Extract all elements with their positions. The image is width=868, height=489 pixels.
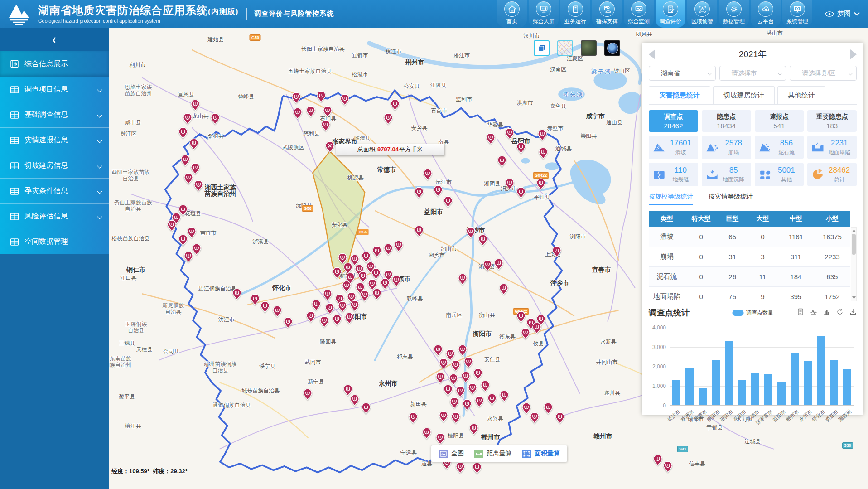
chart-bar-娄底市[interactable] [830,360,838,405]
hazard-point-marker[interactable] [466,227,476,238]
hazard-point-marker[interactable] [323,289,332,301]
hazard-point-marker[interactable] [455,386,465,397]
hazard-point-marker[interactable] [472,462,482,474]
hazard-point-marker[interactable] [350,300,360,312]
table-row[interactable]: 泥石流02611184635 [649,267,850,287]
nav-item-首页[interactable]: 首页 [497,0,527,28]
hazard-point-marker[interactable] [189,138,198,150]
hazard-point-marker[interactable] [319,316,329,328]
hazard-point-marker[interactable] [273,305,282,317]
hazard-point-marker[interactable] [390,99,400,111]
hazard-point-marker[interactable] [283,317,293,329]
chart-bar-岳阳市[interactable] [738,380,746,405]
line-chart-icon[interactable] [810,308,817,317]
hazard-point-marker[interactable] [183,113,193,125]
stat-card-地面沉降[interactable]: 85地面沉降 [702,163,751,186]
hazard-point-marker[interactable] [434,185,443,197]
bar-chart-icon[interactable] [823,308,830,317]
hazard-point-marker[interactable] [360,290,369,302]
map-tool-距离量算[interactable]: 距离量算 [474,450,512,458]
hazard-point-marker[interactable] [552,246,561,257]
hazard-point-marker[interactable] [499,283,508,295]
globe-basemap-button[interactable] [604,40,620,56]
hazard-point-marker[interactable] [306,311,315,323]
sidebar-item-综合信息展示[interactable]: 综合信息展示 [0,51,109,77]
hazard-point-marker[interactable] [358,271,368,283]
hazard-point-marker[interactable] [663,461,672,473]
hazard-point-marker[interactable] [481,380,490,392]
hazard-point-marker[interactable] [455,462,465,474]
sidebar-collapse-button[interactable]: ‹ [0,28,109,51]
refresh-icon[interactable] [836,308,844,317]
hazard-point-marker[interactable] [381,278,390,290]
nav-item-调查评价[interactable]: 调查评价 [656,0,685,28]
hazard-point-marker[interactable] [345,312,354,324]
hazard-point-marker[interactable] [321,120,331,131]
hazard-point-marker[interactable] [516,311,526,323]
stat-card-重要隐患点[interactable]: 重要隐患点183 [807,110,857,132]
hazard-point-marker[interactable] [178,127,188,139]
hazard-point-marker[interactable] [342,281,351,292]
hazard-point-marker[interactable] [461,371,470,383]
download-icon[interactable] [849,308,857,317]
year-next-button[interactable] [850,49,857,59]
hazard-point-marker[interactable] [183,251,193,263]
chart-bar-邵阳市[interactable] [725,341,733,405]
hazard-point-marker[interactable] [325,303,334,315]
nav-item-系统管理[interactable]: 系统管理 [782,0,812,28]
stat-card-速报点[interactable]: 速报点541 [755,110,804,132]
hazard-point-marker[interactable] [521,328,530,339]
hazard-point-marker[interactable] [451,412,460,424]
stat-card-地裂缝[interactable]: 110地裂缝 [649,163,698,186]
hazard-point-marker[interactable] [383,243,393,255]
hazard-point-marker[interactable] [293,107,303,119]
hazard-point-marker[interactable] [362,402,371,414]
hazard-point-marker[interactable] [192,243,202,255]
subtab-按规模等级统计[interactable]: 按规模等级统计 [649,193,693,205]
hazard-point-marker[interactable] [544,402,553,414]
map-tool-面积量算[interactable]: 面积量算 [522,450,560,458]
satellite-basemap-button[interactable] [581,40,597,56]
hazard-point-marker[interactable] [449,397,459,409]
hazard-point-marker[interactable] [394,240,404,252]
nav-item-综合监测[interactable]: 综合监测 [624,0,654,28]
subtab-按灾情等级统计[interactable]: 按灾情等级统计 [709,193,753,205]
hazard-point-marker[interactable] [532,322,542,334]
hazard-point-marker[interactable] [500,390,509,402]
sidebar-item-基础调查信息[interactable]: 基础调查信息 [0,102,109,127]
stat-card-调查点[interactable]: 调查点28462 [649,110,698,132]
hazard-point-marker[interactable] [537,129,547,141]
hazard-point-marker[interactable] [251,294,260,305]
stat-card-地面塌陷[interactable]: 2231地面塌陷 [807,136,857,159]
hazard-point-marker[interactable] [187,227,196,238]
tab-其他统计[interactable]: 其他统计 [777,86,825,104]
table-view-icon[interactable] [797,308,804,317]
hazard-point-marker[interactable] [260,301,270,313]
measure-close-marker[interactable] [325,141,334,153]
chart-bar-湘西州[interactable] [843,369,851,405]
table-row[interactable]: 崩塌03133112233 [649,247,850,267]
hazard-point-marker[interactable] [451,360,460,372]
hazard-point-marker[interactable] [478,235,488,247]
hazard-point-marker[interactable] [516,187,526,199]
hazard-point-marker[interactable] [423,169,432,180]
hazard-point-marker[interactable] [516,142,526,154]
sidebar-item-风险评估信息[interactable]: 风险评估信息 [0,203,109,229]
user-menu[interactable]: 梦图 [825,10,858,18]
region-select[interactable]: 请选择市 [719,66,786,81]
hazard-point-marker[interactable] [505,128,514,140]
hazard-point-marker[interactable] [494,259,504,271]
sidebar-item-空间数据管理[interactable]: 空间数据管理 [0,229,109,254]
hazard-point-marker[interactable] [536,178,545,190]
hazard-point-marker[interactable] [458,273,468,285]
nav-item-云平台[interactable]: 云平台 [751,0,781,28]
hazard-point-marker[interactable] [317,91,326,102]
hazard-point-marker[interactable] [343,384,352,396]
street-basemap-button[interactable] [557,40,573,56]
stat-card-其他[interactable]: 5001其他 [755,163,804,186]
hazard-point-marker[interactable] [372,246,381,257]
hazard-point-marker[interactable] [371,268,381,280]
hazard-point-marker[interactable] [468,383,477,395]
region-select[interactable]: 请选择县/区 [790,66,857,81]
hazard-point-marker[interactable] [383,113,393,125]
